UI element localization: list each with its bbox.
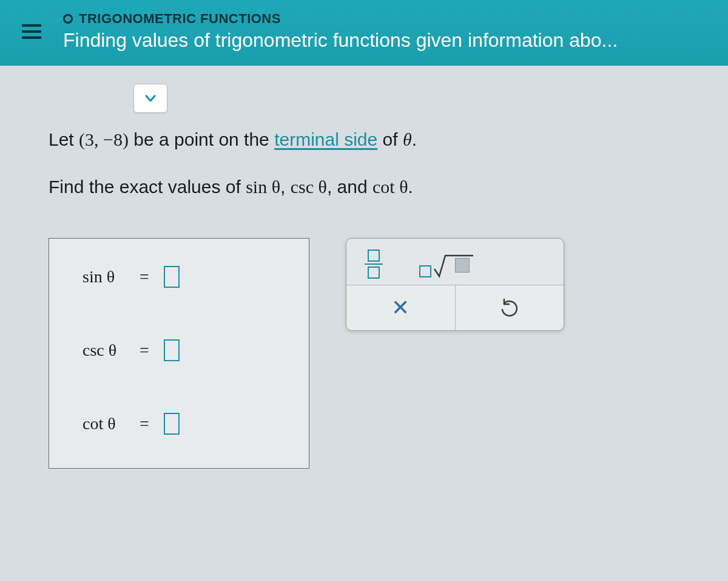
undo-icon — [499, 297, 520, 318]
text: Find the exact values of — [49, 177, 246, 197]
page-title: Finding values of trigonometric function… — [63, 29, 710, 52]
answer-row-sin: sin θ = — [83, 266, 285, 288]
tool-panel: ✕ — [346, 238, 564, 331]
hamburger-menu-icon[interactable] — [18, 19, 45, 44]
clear-button[interactable]: ✕ — [346, 285, 456, 330]
bullet-icon — [63, 14, 73, 24]
expand-button[interactable] — [133, 84, 167, 113]
fraction-tool-button[interactable] — [365, 250, 383, 279]
tool-row-bottom: ✕ — [346, 285, 564, 330]
sqrt-icon — [419, 250, 476, 279]
answer-row-csc: csc θ = — [83, 339, 285, 361]
work-area: sin θ = csc θ = cot θ = — [49, 238, 679, 469]
theta-symbol: θ — [403, 129, 412, 149]
answer-box: sin θ = csc θ = cot θ = — [49, 238, 309, 469]
equals-sign: = — [140, 267, 149, 287]
sqrt-tool-button[interactable] — [419, 250, 476, 279]
func-cot: cot θ — [372, 177, 408, 197]
label-sin: sin θ — [83, 267, 125, 287]
header-text: TRIGONOMETRIC FUNCTIONS Finding values o… — [63, 11, 710, 52]
undo-button[interactable] — [456, 285, 564, 330]
text: , — [280, 177, 291, 197]
category-label: TRIGONOMETRIC FUNCTIONS — [79, 11, 281, 27]
func-csc: csc θ — [291, 177, 327, 197]
text: . — [408, 177, 413, 197]
header: TRIGONOMETRIC FUNCTIONS Finding values o… — [0, 0, 728, 66]
problem-line-2: Find the exact values of sin θ, csc θ, a… — [49, 172, 679, 202]
label-csc: csc θ — [83, 341, 125, 360]
category-row: TRIGONOMETRIC FUNCTIONS — [63, 11, 710, 27]
terminal-side-link[interactable]: terminal side — [274, 129, 377, 149]
func-sin: sin θ — [246, 177, 280, 197]
tool-row-top — [346, 239, 564, 285]
input-sin[interactable] — [164, 266, 180, 288]
equals-sign: = — [140, 414, 149, 433]
text: be a point on the — [129, 129, 274, 149]
point-value: (3, −8) — [79, 129, 129, 149]
answer-row-cot: cot θ = — [83, 413, 285, 435]
text: . — [412, 129, 417, 149]
text: Let — [49, 129, 79, 149]
fraction-icon — [365, 250, 383, 279]
label-cot: cot θ — [83, 414, 125, 433]
input-cot[interactable] — [164, 413, 180, 435]
input-csc[interactable] — [164, 339, 180, 361]
problem-line-1: Let (3, −8) be a point on the terminal s… — [49, 125, 679, 154]
text: , and — [327, 177, 372, 197]
equals-sign: = — [140, 341, 149, 360]
chevron-down-icon — [143, 91, 158, 106]
text: of — [377, 129, 403, 149]
close-icon: ✕ — [391, 295, 410, 321]
content-area: Let (3, −8) be a point on the terminal s… — [0, 66, 728, 487]
